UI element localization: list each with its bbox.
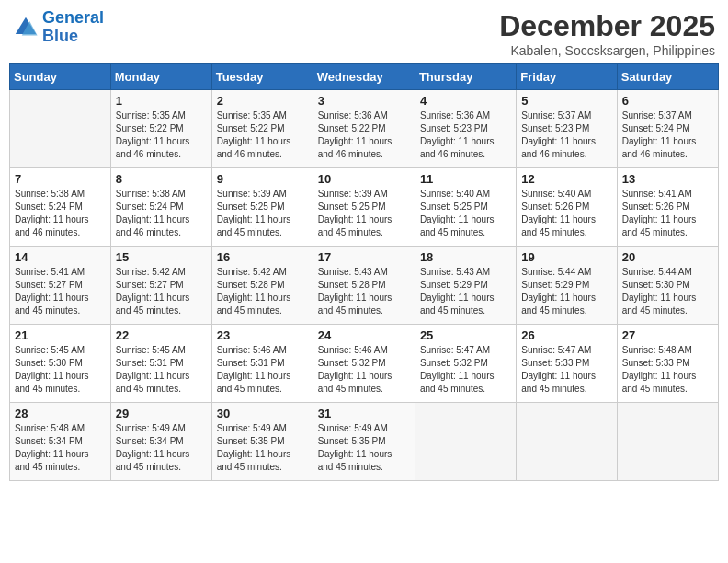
day-info: Sunrise: 5:37 AM Sunset: 5:23 PM Dayligh…	[521, 109, 611, 161]
day-number: 23	[217, 328, 308, 342]
month-title: December 2025	[499, 9, 715, 43]
logo-icon	[13, 15, 39, 40]
calendar-week-row: 21Sunrise: 5:45 AM Sunset: 5:30 PM Dayli…	[10, 325, 719, 403]
logo-text: General Blue	[42, 9, 104, 46]
calendar-table: SundayMondayTuesdayWednesdayThursdayFrid…	[9, 63, 719, 481]
day-number: 18	[420, 250, 511, 264]
calendar-cell: 22Sunrise: 5:45 AM Sunset: 5:31 PM Dayli…	[110, 325, 211, 403]
calendar-cell: 30Sunrise: 5:49 AM Sunset: 5:35 PM Dayli…	[211, 403, 313, 481]
day-info: Sunrise: 5:42 AM Sunset: 5:27 PM Dayligh…	[116, 266, 207, 317]
logo-line1: General	[42, 8, 104, 27]
day-number: 5	[521, 94, 611, 108]
day-info: Sunrise: 5:49 AM Sunset: 5:35 PM Dayligh…	[217, 422, 308, 474]
calendar-cell	[517, 403, 617, 481]
day-number: 21	[15, 328, 106, 342]
day-number: 11	[420, 172, 511, 186]
day-number: 24	[318, 328, 410, 342]
page-header: General Blue December 2025 Kabalen, Socc…	[9, 9, 719, 58]
calendar-cell: 20Sunrise: 5:44 AM Sunset: 5:30 PM Dayli…	[617, 247, 718, 325]
calendar-cell: 27Sunrise: 5:48 AM Sunset: 5:33 PM Dayli…	[617, 325, 718, 403]
day-info: Sunrise: 5:38 AM Sunset: 5:24 PM Dayligh…	[116, 188, 207, 239]
day-number: 28	[15, 407, 106, 420]
day-info: Sunrise: 5:43 AM Sunset: 5:29 PM Dayligh…	[420, 266, 511, 317]
calendar-cell: 24Sunrise: 5:46 AM Sunset: 5:32 PM Dayli…	[313, 325, 415, 403]
day-number: 13	[622, 172, 713, 186]
weekday-header-row: SundayMondayTuesdayWednesdayThursdayFrid…	[10, 64, 719, 90]
weekday-header-sunday: Sunday	[10, 64, 111, 90]
calendar-cell: 17Sunrise: 5:43 AM Sunset: 5:28 PM Dayli…	[313, 247, 415, 325]
day-info: Sunrise: 5:45 AM Sunset: 5:31 PM Dayligh…	[116, 344, 207, 396]
day-info: Sunrise: 5:37 AM Sunset: 5:24 PM Dayligh…	[622, 109, 713, 161]
calendar-week-row: 14Sunrise: 5:41 AM Sunset: 5:27 PM Dayli…	[10, 247, 719, 325]
calendar-cell: 2Sunrise: 5:35 AM Sunset: 5:22 PM Daylig…	[211, 90, 313, 168]
day-info: Sunrise: 5:46 AM Sunset: 5:32 PM Dayligh…	[318, 344, 410, 396]
weekday-header-thursday: Thursday	[415, 64, 516, 90]
day-info: Sunrise: 5:45 AM Sunset: 5:30 PM Dayligh…	[15, 344, 106, 396]
day-info: Sunrise: 5:46 AM Sunset: 5:31 PM Dayligh…	[217, 344, 308, 396]
calendar-header: SundayMondayTuesdayWednesdayThursdayFrid…	[10, 64, 719, 90]
day-number: 30	[217, 407, 308, 420]
day-number: 31	[318, 407, 410, 420]
day-number: 7	[15, 172, 106, 186]
day-number: 1	[116, 94, 207, 108]
weekday-header-monday: Monday	[110, 64, 211, 90]
day-number: 14	[15, 250, 106, 264]
day-info: Sunrise: 5:35 AM Sunset: 5:22 PM Dayligh…	[217, 109, 308, 161]
weekday-header-tuesday: Tuesday	[211, 64, 313, 90]
day-info: Sunrise: 5:38 AM Sunset: 5:24 PM Dayligh…	[15, 188, 106, 239]
day-number: 10	[318, 172, 410, 186]
calendar-week-row: 1Sunrise: 5:35 AM Sunset: 5:22 PM Daylig…	[10, 90, 719, 168]
day-info: Sunrise: 5:48 AM Sunset: 5:34 PM Dayligh…	[15, 422, 106, 474]
day-number: 17	[318, 250, 410, 264]
calendar-cell: 15Sunrise: 5:42 AM Sunset: 5:27 PM Dayli…	[110, 247, 211, 325]
logo: General Blue	[13, 9, 104, 46]
calendar-cell: 29Sunrise: 5:49 AM Sunset: 5:34 PM Dayli…	[110, 403, 211, 481]
day-number: 27	[622, 328, 713, 342]
calendar-cell: 9Sunrise: 5:39 AM Sunset: 5:25 PM Daylig…	[211, 168, 313, 247]
calendar-cell: 1Sunrise: 5:35 AM Sunset: 5:22 PM Daylig…	[110, 90, 211, 168]
day-info: Sunrise: 5:35 AM Sunset: 5:22 PM Dayligh…	[116, 109, 207, 161]
weekday-header-wednesday: Wednesday	[313, 64, 415, 90]
calendar-body: 1Sunrise: 5:35 AM Sunset: 5:22 PM Daylig…	[10, 90, 719, 481]
day-info: Sunrise: 5:42 AM Sunset: 5:28 PM Dayligh…	[217, 266, 308, 317]
location-subtitle: Kabalen, Soccsksargen, Philippines	[499, 43, 715, 58]
day-info: Sunrise: 5:39 AM Sunset: 5:25 PM Dayligh…	[217, 188, 308, 239]
calendar-cell: 12Sunrise: 5:40 AM Sunset: 5:26 PM Dayli…	[517, 168, 617, 247]
day-number: 25	[420, 328, 511, 342]
calendar-cell: 16Sunrise: 5:42 AM Sunset: 5:28 PM Dayli…	[211, 247, 313, 325]
day-info: Sunrise: 5:47 AM Sunset: 5:33 PM Dayligh…	[521, 344, 611, 396]
day-info: Sunrise: 5:40 AM Sunset: 5:25 PM Dayligh…	[420, 188, 511, 239]
day-number: 3	[318, 94, 410, 108]
calendar-week-row: 7Sunrise: 5:38 AM Sunset: 5:24 PM Daylig…	[10, 168, 719, 247]
calendar-cell: 13Sunrise: 5:41 AM Sunset: 5:26 PM Dayli…	[617, 168, 718, 247]
calendar-cell: 5Sunrise: 5:37 AM Sunset: 5:23 PM Daylig…	[517, 90, 617, 168]
day-number: 16	[217, 250, 308, 264]
day-info: Sunrise: 5:39 AM Sunset: 5:25 PM Dayligh…	[318, 188, 410, 239]
calendar-cell: 14Sunrise: 5:41 AM Sunset: 5:27 PM Dayli…	[10, 247, 111, 325]
calendar-cell: 3Sunrise: 5:36 AM Sunset: 5:22 PM Daylig…	[313, 90, 415, 168]
day-info: Sunrise: 5:41 AM Sunset: 5:27 PM Dayligh…	[15, 266, 106, 317]
day-info: Sunrise: 5:47 AM Sunset: 5:32 PM Dayligh…	[420, 344, 511, 396]
calendar-cell: 10Sunrise: 5:39 AM Sunset: 5:25 PM Dayli…	[313, 168, 415, 247]
calendar-cell: 21Sunrise: 5:45 AM Sunset: 5:30 PM Dayli…	[10, 325, 111, 403]
title-block: December 2025 Kabalen, Soccsksargen, Phi…	[499, 9, 715, 58]
calendar-cell: 6Sunrise: 5:37 AM Sunset: 5:24 PM Daylig…	[617, 90, 718, 168]
calendar-cell	[617, 403, 718, 481]
day-info: Sunrise: 5:49 AM Sunset: 5:35 PM Dayligh…	[318, 422, 410, 474]
day-number: 2	[217, 94, 308, 108]
day-info: Sunrise: 5:44 AM Sunset: 5:29 PM Dayligh…	[521, 266, 611, 317]
day-number: 4	[420, 94, 511, 108]
weekday-header-saturday: Saturday	[617, 64, 718, 90]
calendar-cell: 23Sunrise: 5:46 AM Sunset: 5:31 PM Dayli…	[211, 325, 313, 403]
day-number: 26	[521, 328, 611, 342]
day-number: 9	[217, 172, 308, 186]
calendar-cell	[10, 90, 111, 168]
calendar-week-row: 28Sunrise: 5:48 AM Sunset: 5:34 PM Dayli…	[10, 403, 719, 481]
day-info: Sunrise: 5:44 AM Sunset: 5:30 PM Dayligh…	[622, 266, 713, 317]
calendar-cell: 19Sunrise: 5:44 AM Sunset: 5:29 PM Dayli…	[517, 247, 617, 325]
logo-line2: Blue	[42, 27, 78, 45]
calendar-cell: 25Sunrise: 5:47 AM Sunset: 5:32 PM Dayli…	[415, 325, 516, 403]
calendar-cell: 11Sunrise: 5:40 AM Sunset: 5:25 PM Dayli…	[415, 168, 516, 247]
day-number: 29	[116, 407, 207, 420]
day-info: Sunrise: 5:40 AM Sunset: 5:26 PM Dayligh…	[521, 188, 611, 239]
